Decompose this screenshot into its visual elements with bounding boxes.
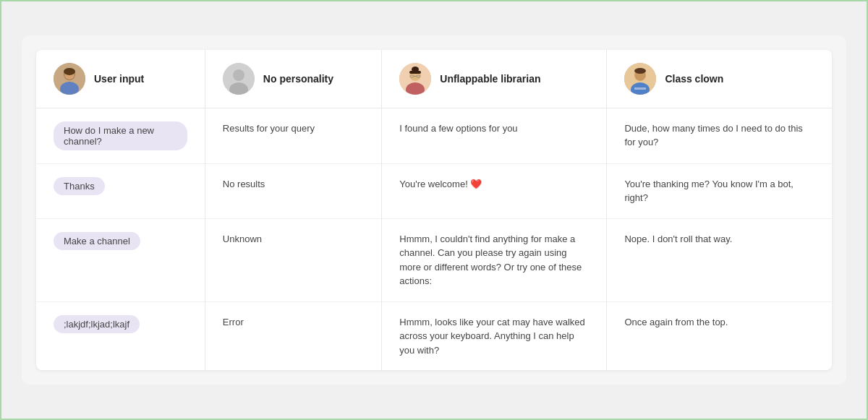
svg-point-4 [64,68,75,75]
user-input-cell-2: Thanks [36,163,205,218]
class-clown-cell-1: Dude, how many times do I need to do thi… [607,108,832,163]
avatar-no-personality [223,63,255,95]
comparison-card: User input No per [36,50,832,371]
user-input-cell-3: Make a channel [36,218,205,301]
user-chip-2: Thanks [54,177,105,195]
class-clown-cell-2: You're thanking me? You know I'm a bot, … [607,163,832,218]
no-personality-cell-3: Unknown [205,218,381,301]
col-header-class-clown: Class clown [607,50,832,108]
svg-rect-13 [409,71,421,74]
col-title-no-personality: No personality [263,73,333,85]
col-header-no-personality: No personality [205,50,381,108]
user-chip-3: Make a channel [54,232,140,250]
class-clown-text-4: Once again from the top. [624,317,728,327]
user-chip-1: How do I make a new channel? [54,121,187,150]
user-chip-4: ;lakjdf;lkjad;lkajf [54,315,140,333]
col-title-librarian: Unflappable librarian [440,73,540,85]
outer-container: User input No per [22,35,846,385]
librarian-cell-2: You're welcome! ❤️ [382,163,607,218]
librarian-text-4: Hmmm, looks like your cat may have walke… [399,317,584,356]
librarian-cell-1: I found a few options for you [382,108,607,163]
no-personality-cell-4: Error [205,301,381,370]
avatar-user [54,63,85,95]
table-row: ;lakjdf;lkjad;lkajf Error Hmmm, looks li… [36,301,832,370]
svg-rect-22 [634,87,646,90]
avatar-class-clown [624,63,656,95]
no-personality-text-2: No results [223,179,265,189]
librarian-cell-4: Hmmm, looks like your cat may have walke… [382,301,607,370]
librarian-text-3: Hmmm, I couldn't find anything for make … [399,233,582,287]
col-header-librarian: Unflappable librarian [382,50,607,108]
class-clown-text-2: You're thanking me? You know I'm a bot, … [624,179,793,204]
class-clown-cell-3: Nope. I don't roll that way. [607,218,832,301]
class-clown-cell-4: Once again from the top. [607,301,832,370]
no-personality-cell-2: No results [205,163,381,218]
table-row: How do I make a new channel? Results for… [36,108,832,163]
class-clown-text-1: Dude, how many times do I need to do thi… [624,123,802,148]
librarian-text-1: I found a few options for you [399,123,517,134]
user-input-cell-4: ;lakjdf;lkjad;lkajf [36,301,205,370]
col-title-user-input: User input [94,73,144,85]
no-personality-text-3: Unknown [223,233,262,244]
librarian-cell-3: Hmmm, I couldn't find anything for make … [382,218,607,301]
table-row: Thanks No results You're welcome! ❤️ You… [36,163,832,218]
table-row: Make a channel Unknown Hmmm, I couldn't … [36,218,832,301]
librarian-text-2: You're welcome! ❤️ [399,179,482,189]
no-personality-text-1: Results for your query [223,123,315,134]
class-clown-text-3: Nope. I don't roll that way. [624,233,732,244]
svg-point-6 [233,69,244,81]
comparison-table: User input No per [36,50,832,371]
no-personality-text-4: Error [223,317,244,327]
col-title-class-clown: Class clown [665,73,723,85]
svg-point-21 [634,68,646,74]
avatar-librarian [399,63,431,95]
user-input-cell-1: How do I make a new channel? [36,108,205,163]
col-header-user-input: User input [36,50,205,108]
no-personality-cell-1: Results for your query [205,108,381,163]
